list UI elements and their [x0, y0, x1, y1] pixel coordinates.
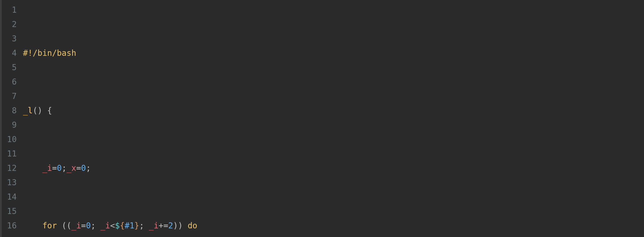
function-name: _l: [23, 106, 33, 115]
code-line[interactable]: _i=0;_x=0;: [23, 161, 644, 175]
shebang: #!/bin/bash: [23, 48, 76, 58]
indent: [23, 221, 42, 230]
operator: =: [52, 163, 57, 173]
param: #1: [125, 221, 134, 230]
number: 0: [86, 221, 91, 230]
line-number: 7: [2, 89, 17, 104]
line-number: 6: [2, 75, 17, 89]
code-line[interactable]: _l() {: [23, 104, 644, 118]
code-line[interactable]: #!/bin/bash: [23, 46, 644, 60]
number: 2: [168, 221, 173, 230]
dollar: $: [115, 221, 120, 230]
number: 0: [81, 163, 86, 173]
punct: ;: [139, 221, 149, 230]
line-number: 14: [2, 190, 17, 204]
line-number: 1: [2, 3, 17, 17]
line-number: 5: [2, 60, 17, 75]
line-number: 10: [2, 132, 17, 147]
line-number: 9: [2, 118, 17, 132]
code-editor: 1 2 3 4 5 6 7 8 9 10 11 12 13 14 15 16 #…: [0, 0, 644, 237]
line-number-gutter: 1 2 3 4 5 6 7 8 9 10 11 12 13 14 15 16: [0, 0, 20, 237]
variable: _i: [101, 221, 110, 230]
operator: =: [81, 221, 86, 230]
line-number: 4: [2, 46, 17, 60]
operator: <: [110, 221, 115, 230]
variable: _i: [149, 221, 159, 230]
operator: =: [76, 163, 81, 173]
variable: _i: [72, 221, 81, 230]
punct: ;: [86, 163, 91, 173]
paren: )): [173, 221, 188, 230]
indent: [23, 163, 42, 173]
keyword-do: do: [188, 221, 197, 230]
brace: }: [134, 221, 139, 230]
number: 0: [57, 163, 62, 173]
line-number: 15: [2, 204, 17, 219]
code-area[interactable]: #!/bin/bash _l() { _i=0;_x=0; for ((_i=0…: [20, 0, 644, 237]
operator: +=: [159, 221, 168, 230]
line-number: 2: [2, 17, 17, 32]
code-line[interactable]: for ((_i=0; _i<${#1}; _i+=2)) do: [23, 219, 644, 233]
code-text: () {: [33, 106, 52, 115]
keyword-for: for: [42, 221, 57, 230]
line-number: 8: [2, 104, 17, 118]
line-number: 13: [2, 175, 17, 190]
line-number: 3: [2, 32, 17, 46]
line-number: 11: [2, 147, 17, 161]
paren: ((: [57, 221, 72, 230]
line-number: 16: [2, 219, 17, 233]
variable: _x: [67, 163, 76, 173]
line-number: 12: [2, 161, 17, 175]
variable: _i: [42, 163, 52, 173]
punct: ;: [91, 221, 101, 230]
brace: {: [120, 221, 125, 230]
punct: ;: [62, 163, 67, 173]
